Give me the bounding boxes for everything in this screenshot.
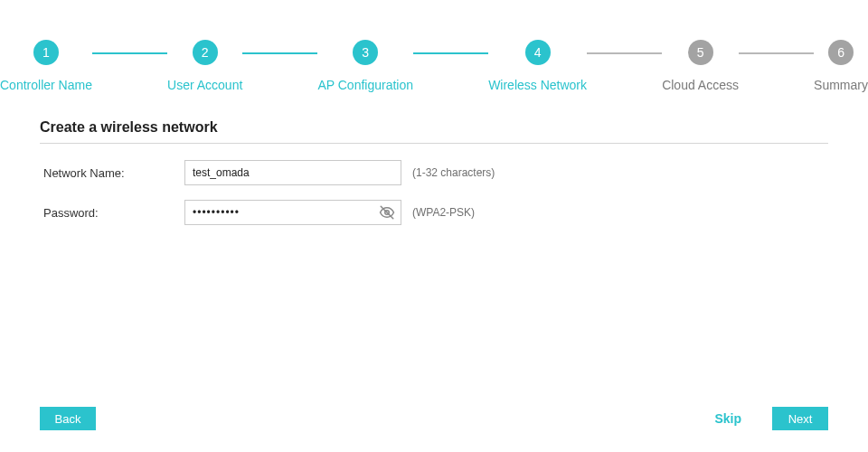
step-6-label: Summary bbox=[814, 78, 868, 92]
step-3-num: 3 bbox=[362, 45, 369, 60]
wizard-stepper: 1 Controller Name 2 User Account 3 AP Co… bbox=[0, 0, 868, 92]
step-4-label: Wireless Network bbox=[488, 78, 587, 92]
wireless-network-section: Create a wireless network Network Name: … bbox=[0, 92, 868, 225]
step-connector-2-3 bbox=[242, 52, 317, 54]
step-5-label: Cloud Access bbox=[662, 78, 739, 92]
step-5: 5 Cloud Access bbox=[662, 40, 739, 92]
step-6: 6 Summary bbox=[814, 40, 868, 92]
eye-off-icon[interactable] bbox=[378, 203, 396, 221]
step-3: 3 AP Configuration bbox=[317, 40, 413, 92]
next-button[interactable]: Next bbox=[772, 407, 828, 430]
step-2: 2 User Account bbox=[167, 40, 242, 92]
step-5-num: 5 bbox=[697, 45, 704, 60]
step-1-label: Controller Name bbox=[0, 78, 92, 92]
back-button[interactable]: Back bbox=[40, 407, 96, 430]
network-name-input[interactable] bbox=[184, 160, 401, 185]
section-title: Create a wireless network bbox=[40, 119, 828, 136]
step-1-circle: 1 bbox=[33, 40, 59, 65]
step-2-label: User Account bbox=[167, 78, 242, 92]
step-4-circle: 4 bbox=[525, 40, 551, 65]
network-name-row: Network Name: (1-32 characters) bbox=[43, 160, 825, 185]
password-hint: (WPA2-PSK) bbox=[412, 206, 475, 219]
wizard-footer: Back Skip Next bbox=[0, 407, 868, 430]
step-2-num: 2 bbox=[202, 45, 209, 60]
step-6-circle: 6 bbox=[828, 40, 854, 65]
network-name-hint: (1-32 characters) bbox=[412, 166, 495, 179]
section-divider bbox=[40, 143, 828, 144]
step-4-num: 4 bbox=[534, 45, 542, 60]
password-label: Password: bbox=[43, 206, 184, 220]
step-connector-3-4 bbox=[413, 52, 488, 54]
step-3-circle: 3 bbox=[353, 40, 378, 65]
step-1-num: 1 bbox=[42, 45, 50, 60]
step-connector-4-5 bbox=[587, 52, 662, 54]
step-5-circle: 5 bbox=[688, 40, 713, 65]
step-6-num: 6 bbox=[837, 45, 844, 60]
step-2-circle: 2 bbox=[193, 40, 218, 65]
step-connector-5-6 bbox=[739, 52, 814, 54]
skip-link[interactable]: Skip bbox=[714, 411, 741, 426]
password-input[interactable] bbox=[184, 200, 401, 225]
password-row: Password: (WPA2-PSK) bbox=[43, 200, 825, 225]
step-1: 1 Controller Name bbox=[0, 40, 92, 92]
network-name-label: Network Name: bbox=[43, 166, 184, 180]
step-connector-1-2 bbox=[92, 52, 167, 54]
step-4: 4 Wireless Network bbox=[488, 40, 587, 92]
step-3-label: AP Configuration bbox=[317, 78, 413, 92]
